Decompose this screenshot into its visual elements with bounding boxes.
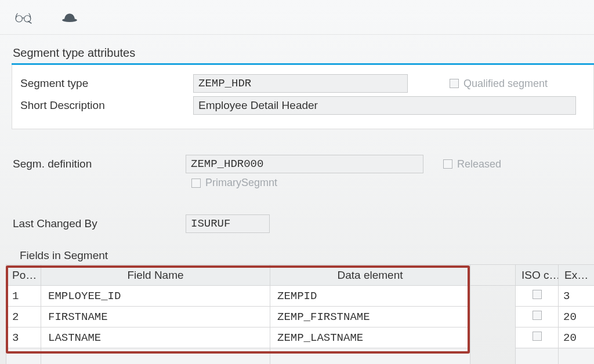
cell-field-name[interactable]: LASTNAME	[41, 327, 270, 348]
cell-spacer	[470, 327, 516, 348]
table-row[interactable]: 1EMPLOYEE_IDZEMPID3	[6, 286, 595, 307]
primary-segment-checkbox: PrimarySegmnt	[191, 177, 277, 189]
toolbar	[0, 0, 594, 35]
svg-point-0	[16, 15, 22, 21]
col-iso-code[interactable]: ISO c…	[516, 265, 559, 286]
primary-segment-label: PrimarySegmnt	[205, 177, 277, 189]
col-spacer	[470, 265, 516, 286]
cell-position[interactable]: 1	[6, 286, 41, 307]
cell-field-name[interactable]: FIRSTNAME	[41, 307, 270, 327]
segment-type-label: Segment type	[19, 77, 193, 90]
cell-ex[interactable]: 3	[559, 286, 595, 307]
checkbox-icon	[191, 179, 201, 188]
checkbox-icon	[533, 311, 542, 320]
col-field-name[interactable]: Field Name	[41, 265, 270, 286]
released-checkbox: Released	[443, 158, 501, 170]
short-description-field[interactable]: Employee Detail Header	[193, 96, 576, 115]
cell-iso-checkbox[interactable]	[516, 327, 559, 348]
table-row[interactable]: 3LASTNAMEZEMP_LASTNAME20	[6, 327, 595, 348]
cell-data-element[interactable]: ZEMP_FIRSTNAME	[270, 307, 470, 327]
cell-ex[interactable]: 20	[559, 307, 595, 327]
cell-field-name[interactable]: EMPLOYEE_ID	[41, 286, 270, 307]
cell-spacer	[470, 307, 516, 327]
fields-table: Po… Field Name Data element ISO c… Ex… 1…	[6, 264, 594, 364]
fields-in-segment-label: Fields in Segment	[20, 249, 594, 262]
table-row[interactable]: 2FIRSTNAMEZEMP_FIRSTNAME20	[6, 307, 595, 327]
segment-type-attributes-panel: Segment type attributes Segment type ZEM…	[12, 46, 594, 129]
cell-iso-checkbox[interactable]	[516, 286, 559, 307]
checkbox-icon	[533, 290, 542, 299]
glasses-icon[interactable]	[13, 7, 34, 28]
col-position[interactable]: Po…	[6, 265, 41, 286]
segment-type-field[interactable]: ZEMP_HDR	[193, 74, 408, 93]
checkbox-icon	[443, 159, 452, 169]
table-header-row: Po… Field Name Data element ISO c… Ex…	[6, 265, 595, 286]
cell-spacer	[470, 286, 516, 307]
qualified-segment-checkbox: Qualified segment	[450, 78, 548, 90]
panel-title: Segment type attributes	[12, 46, 594, 63]
last-changed-by-label: Last Changed By	[12, 217, 186, 230]
cell-position[interactable]: 2	[6, 307, 41, 327]
cell-data-element[interactable]: ZEMPID	[270, 286, 470, 307]
table-row-empty	[6, 348, 595, 365]
short-description-label: Short Description	[19, 99, 193, 112]
cell-data-element[interactable]: ZEMP_LASTNAME	[270, 327, 470, 348]
segm-definition-label: Segm. definition	[12, 158, 186, 170]
last-changed-by-field[interactable]: ISURUF	[186, 214, 270, 233]
checkbox-icon	[450, 79, 459, 88]
col-data-element[interactable]: Data element	[270, 265, 470, 286]
released-label: Released	[457, 158, 501, 170]
cell-ex[interactable]: 20	[559, 327, 595, 348]
qualified-segment-label: Qualified segment	[463, 78, 548, 90]
segm-definition-field[interactable]: ZEMP_HDR000	[186, 155, 423, 173]
cell-iso-checkbox[interactable]	[516, 307, 559, 327]
hat-icon[interactable]	[59, 7, 80, 28]
cell-position[interactable]: 3	[6, 327, 41, 348]
col-ex[interactable]: Ex…	[559, 265, 595, 286]
checkbox-icon	[533, 332, 542, 341]
